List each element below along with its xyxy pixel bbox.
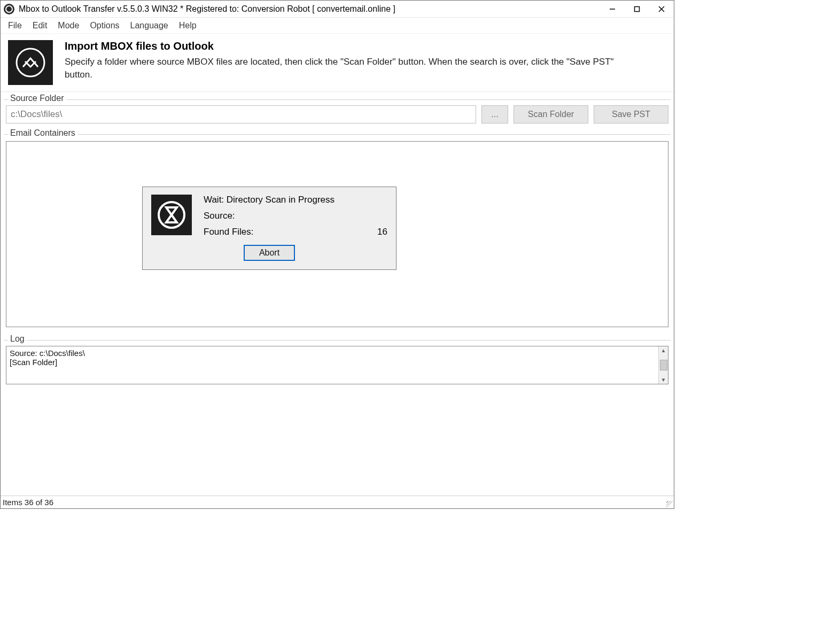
email-containers-group: Email Containers Wait: Directory Scan in… [4,134,671,330]
menu-edit[interactable]: Edit [27,19,53,33]
minimize-button[interactable] [600,1,625,17]
status-bar: Items 36 of 36 [1,496,674,508]
svg-rect-1 [635,6,640,11]
source-path-input[interactable] [6,105,476,123]
dialog-title: Wait: Directory Scan in Progress [204,195,387,205]
app-logo-icon [8,40,53,85]
hourglass-icon [151,195,192,235]
close-button[interactable] [649,1,674,17]
scroll-thumb[interactable] [660,360,667,370]
source-folder-legend: Source Folder [8,94,66,103]
status-text: Items 36 of 36 [3,498,53,507]
log-scrollbar[interactable]: ▲ ▼ [658,346,668,384]
title-bar: Mbox to Outlook Transfer v.5.5.0.3 WIN32… [1,1,674,18]
source-folder-group: Source Folder ... Scan Folder Save PST [4,99,671,127]
maximize-icon [634,6,640,12]
dialog-found-label: Found Files: [204,227,254,237]
menu-file[interactable]: File [3,19,27,33]
window-title: Mbox to Outlook Transfer v.5.5.0.3 WIN32… [18,4,395,14]
minimize-icon [609,6,616,12]
menu-bar: File Edit Mode Options Language Help [1,18,674,34]
email-containers-list[interactable]: Wait: Directory Scan in Progress Source:… [6,141,668,327]
header-title: Import MBOX files to Outlook [65,40,631,52]
scan-folder-button[interactable]: Scan Folder [514,105,588,123]
email-containers-legend: Email Containers [8,128,77,138]
log-group: Log Source: c:\Docs\files\ [Scan Folder]… [4,340,671,388]
dialog-found-value: 16 [377,227,387,237]
maximize-button[interactable] [625,1,649,17]
dialog-source-label: Source: [204,211,235,221]
scroll-down-icon[interactable]: ▼ [661,376,666,384]
window-controls [600,1,674,17]
header-panel: Import MBOX files to Outlook Specify a f… [1,34,674,92]
menu-help[interactable]: Help [174,19,202,33]
browse-button[interactable]: ... [481,105,508,123]
menu-options[interactable]: Options [84,19,125,33]
save-pst-button[interactable]: Save PST [594,105,668,123]
main-window: Mbox to Outlook Transfer v.5.5.0.3 WIN32… [0,0,674,509]
svg-point-4 [17,49,44,76]
abort-button[interactable]: Abort [244,245,295,261]
svg-line-2 [659,6,664,12]
header-description: Specify a folder where source MBOX files… [65,56,631,81]
scan-progress-dialog: Wait: Directory Scan in Progress Source:… [142,187,396,270]
svg-line-3 [659,6,664,12]
menu-mode[interactable]: Mode [52,19,84,33]
app-icon [4,4,14,14]
log-textarea[interactable]: Source: c:\Docs\files\ [Scan Folder] [6,346,658,384]
menu-language[interactable]: Language [125,19,174,33]
scroll-up-icon[interactable]: ▲ [661,346,666,354]
log-legend: Log [8,334,27,344]
close-icon [658,6,665,12]
